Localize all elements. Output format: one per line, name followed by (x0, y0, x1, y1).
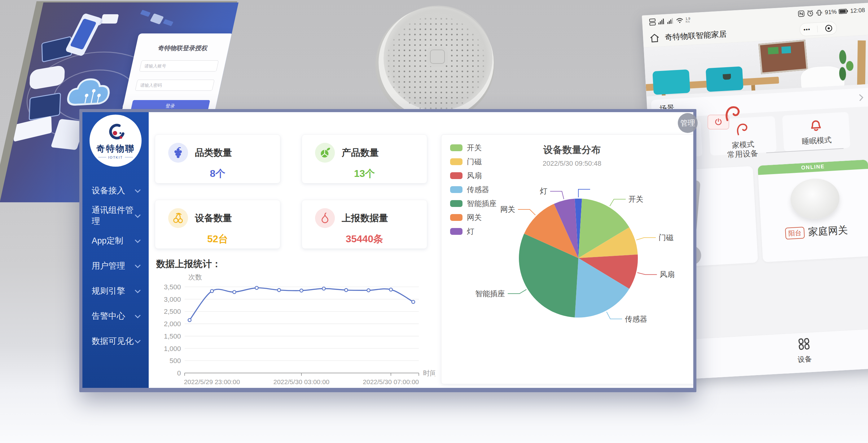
svg-text:网关: 网关 (500, 205, 515, 214)
sidebar-item[interactable]: 数据可见化 (83, 328, 149, 353)
cup (723, 74, 731, 80)
login-card: 奇特物联登录授权 登录 (121, 33, 233, 118)
wall-art-detail (781, 46, 791, 54)
chevron-down-icon (135, 336, 141, 346)
chevron-down-icon (135, 236, 141, 245)
svg-text:500: 500 (169, 357, 181, 365)
online-badge: ONLINE (758, 160, 868, 175)
chevron-down-icon (135, 186, 141, 195)
smart-speaker (375, 6, 496, 123)
svg-text:时间: 时间 (423, 369, 435, 377)
wall-art (758, 40, 808, 74)
plant (834, 45, 858, 84)
brand-name: 奇特物聯 (96, 143, 135, 155)
stat-value: 35440条 (302, 232, 427, 246)
ear-icon (735, 121, 750, 138)
line-section-title: 数据上报统计： (156, 258, 221, 271)
chevron-right-icon (859, 93, 864, 102)
nav-item-devices[interactable]: 设备 (797, 337, 812, 364)
chevron-down-icon (135, 261, 141, 271)
device-distribution-card: 设备数量分布 2022/5/30 09:50:48 开关门磁风扇传感器智能插座网… (441, 134, 693, 384)
home-icon[interactable] (649, 33, 660, 43)
lime-icon (315, 143, 335, 163)
nav-label: 设备 (797, 354, 812, 365)
bell-icon (808, 118, 824, 134)
svg-text:0: 0 (177, 369, 181, 377)
stat-value: 52台 (155, 232, 280, 246)
chevron-down-icon (135, 286, 141, 295)
signal2-icon (667, 18, 674, 24)
sim-badge-icon (649, 18, 656, 26)
chevron-down-icon (135, 211, 141, 220)
username-input[interactable] (139, 60, 219, 71)
sidebar-item[interactable]: App定制 (83, 228, 149, 253)
stat-title: 设备数量 (195, 212, 232, 225)
sidebar-item-label: 规则引擎 (92, 285, 125, 296)
cherries-icon (168, 208, 188, 228)
sidebar-item-label: 通讯组件管理 (92, 204, 135, 227)
brand-mark-icon (105, 122, 126, 143)
speaker-logo (430, 50, 445, 64)
promo-composite: 奇特物联登录授权 登录 1.9K/s 91% (0, 0, 868, 443)
home-mode-icon-peek (724, 105, 742, 121)
alarm-icon (807, 10, 814, 17)
power-icon (714, 118, 722, 126)
stat-card: 产品数量13个 (302, 134, 427, 183)
sidebar-item[interactable]: 用户管理 (83, 253, 149, 278)
chevron-down-icon (135, 311, 141, 321)
svg-text:1,000: 1,000 (164, 345, 181, 352)
sidebar-item[interactable]: 告警中心 (83, 303, 149, 328)
clock-time: 12:08 (850, 7, 865, 14)
stat-title: 品类数量 (195, 147, 232, 159)
sidebar-item-label: App定制 (92, 235, 123, 246)
exit-target-icon[interactable] (825, 24, 833, 32)
sidebar-item-label: 数据可见化 (92, 336, 133, 347)
svg-text:开关: 开关 (628, 195, 643, 203)
stat-card: 品类数量8个 (155, 134, 280, 183)
svg-text:门磁: 门磁 (659, 233, 674, 242)
vibrate-icon (816, 9, 823, 16)
svg-text:传感器: 传感器 (625, 315, 647, 323)
brand-subtitle: IOTKIT (98, 156, 132, 159)
sidebar: 奇特物聯 IOTKIT 设备接入通讯组件管理App定制用户管理规则引擎告警中心数… (83, 112, 149, 388)
sidebar-item-label: 设备接入 (92, 185, 125, 196)
speaker-grille (386, 16, 486, 112)
password-input[interactable] (135, 80, 215, 91)
brand-logo: 奇特物聯 IOTKIT (90, 115, 142, 167)
battery-icon (839, 9, 848, 14)
svg-text:次数: 次数 (188, 273, 202, 281)
device-card-gateway[interactable]: ONLINE 阳台 家庭网关 (758, 160, 868, 262)
svg-text:2022/5/29 23:00:00: 2022/5/29 23:00:00 (184, 378, 240, 385)
sidebar-item-label: 用户管理 (92, 260, 125, 272)
divider (766, 148, 843, 153)
svg-text:2022/5/30 07:00:00: 2022/5/30 07:00:00 (363, 378, 419, 385)
sidebar-item[interactable]: 通讯组件管理 (83, 203, 149, 228)
svg-text:2,500: 2,500 (164, 308, 181, 315)
teal-chair (652, 69, 690, 95)
sidebar-menu: 设备接入通讯组件管理App定制用户管理规则引擎告警中心数据可见化 (83, 178, 149, 353)
device-distribution-pie: 开关门磁风扇传感器智能插座网关灯 (441, 135, 693, 384)
sidebar-item-label: 告警中心 (92, 310, 125, 322)
stat-title: 上报数据量 (342, 212, 388, 225)
room-tag: 阳台 (785, 227, 805, 240)
sidebar-item[interactable]: 设备接入 (83, 178, 149, 203)
more-icon[interactable]: ••• (803, 23, 811, 36)
grapes-icon (168, 143, 188, 163)
sidebar-item[interactable]: 规则引擎 (83, 278, 149, 303)
miniprogram-capsule[interactable]: ••• (799, 21, 837, 36)
net-speed: 1.9K/s (686, 17, 690, 23)
pear-icon (315, 208, 335, 228)
svg-text:风扇: 风扇 (660, 270, 675, 279)
manage-badge[interactable]: 管理 (678, 113, 698, 133)
svg-text:1,500: 1,500 (164, 333, 181, 340)
stat-value: 13个 (302, 167, 427, 181)
common-devices-label: 常用设备 (727, 148, 758, 160)
svg-text:3,000: 3,000 (164, 295, 181, 303)
trellis (857, 40, 866, 87)
data-report-line-chart: 次数05001,0001,5002,0002,5003,0003,5002022… (155, 273, 435, 388)
signal-icon (658, 18, 665, 25)
grid-icon (797, 337, 811, 352)
battery-percent: 91% (825, 8, 837, 16)
stat-value: 8个 (155, 167, 280, 181)
stat-card: 上报数据量35440条 (302, 200, 427, 249)
